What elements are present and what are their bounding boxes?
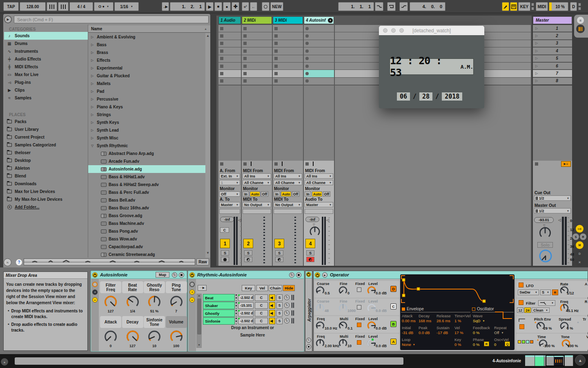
io-section-toggle[interactable]: I-O bbox=[576, 225, 584, 233]
track-volume-field[interactable]: -Inf bbox=[220, 217, 234, 222]
macro-label[interactable]: Volume bbox=[166, 316, 187, 328]
info-view-toggle[interactable]: ▲ bbox=[1, 358, 8, 366]
track-activator-button[interactable]: 3 bbox=[274, 239, 284, 248]
track-activator-button[interactable]: 4 bbox=[305, 239, 315, 248]
chain-row[interactable]: Beat-2.502 dCS↻ bbox=[203, 294, 302, 301]
env-param-value[interactable]: 0.0 dB bbox=[419, 330, 430, 335]
repeat-menu[interactable]: Off▼ bbox=[494, 330, 503, 335]
volume-fader-handle[interactable]: ◁ bbox=[326, 218, 329, 222]
crossfader-knob[interactable] bbox=[538, 248, 553, 265]
minimize-icon[interactable] bbox=[391, 28, 396, 33]
input-channel-menu[interactable]: All Channe▼ bbox=[243, 180, 271, 185]
master-out-menu[interactable]: 1/2▼ bbox=[534, 208, 571, 213]
monitor-auto-button[interactable]: Auto bbox=[250, 191, 260, 197]
chain-zone-button[interactable]: Chain bbox=[269, 285, 282, 291]
hot-swap-icon[interactable]: ↻ bbox=[284, 310, 290, 316]
returns-section-toggle[interactable]: R bbox=[580, 233, 586, 240]
osc-select-button-c[interactable]: C bbox=[390, 303, 396, 310]
browser-folder-row[interactable]: ▷Strings bbox=[88, 111, 205, 119]
macro-knob[interactable] bbox=[147, 329, 162, 345]
crossfade-section-toggle[interactable]: ✕ bbox=[576, 258, 584, 266]
chain-name[interactable]: Sinfonie bbox=[203, 317, 235, 325]
osc-select-button-b[interactable]: B bbox=[390, 321, 396, 327]
clip-slot[interactable] bbox=[273, 70, 303, 77]
re-enable-automation-button[interactable]: ← bbox=[250, 2, 257, 11]
watch-title-bar[interactable]: [detached_watch] bbox=[379, 26, 484, 35]
metronome-button[interactable]: O ●▼ bbox=[94, 2, 114, 11]
scene-slot[interactable]: ▷5 bbox=[533, 55, 572, 62]
disclosure-closed-icon[interactable]: ▷ bbox=[91, 105, 95, 109]
scroll-up-icon[interactable]: ▲ bbox=[206, 34, 209, 38]
chain-list-toggle[interactable]: ≡ bbox=[189, 289, 195, 295]
scene-slot[interactable]: ▷2 bbox=[533, 32, 572, 39]
sidebar-item-current-project[interactable]: Current Project bbox=[4, 133, 88, 141]
device-activator-button[interactable] bbox=[92, 272, 98, 278]
browser-folder-row[interactable]: ▷Experimental bbox=[88, 64, 205, 72]
browser-file-row[interactable]: Capacitorpad.adv bbox=[88, 243, 205, 251]
monitor-auto-button[interactable]: Auto bbox=[312, 191, 322, 197]
record-button[interactable]: ● bbox=[223, 2, 231, 11]
clip-slot[interactable] bbox=[242, 40, 272, 47]
clip-slot[interactable] bbox=[273, 32, 303, 39]
disclosure-closed-icon[interactable]: ▷ bbox=[91, 136, 95, 140]
key-zone-button[interactable]: Key bbox=[242, 285, 255, 291]
output-type-menu[interactable]: Master▼ bbox=[305, 202, 333, 207]
track-solo-button[interactable]: S bbox=[221, 250, 229, 256]
scene-play-icon[interactable]: ▷ bbox=[535, 56, 538, 60]
hot-swap-icon[interactable]: ↻ bbox=[284, 303, 290, 308]
clip-slot[interactable] bbox=[242, 78, 272, 85]
clip-slot[interactable] bbox=[304, 78, 334, 85]
sidebar-item-plug-ins[interactable]: ◅Plug-ins bbox=[4, 79, 88, 86]
macro-knob[interactable] bbox=[125, 294, 140, 310]
browser-file-row[interactable]: Arcade Fun.adv bbox=[88, 157, 205, 165]
macro-knob[interactable] bbox=[103, 294, 118, 310]
tempo-field[interactable]: 128.00 bbox=[20, 2, 46, 11]
browser-folder-row[interactable]: ▷Pad bbox=[88, 88, 205, 95]
sidebar-item-audio-effects[interactable]: ╪Audio Effects bbox=[4, 55, 88, 63]
master-solo-button[interactable]: Solo bbox=[537, 242, 553, 248]
watch-year-field[interactable]: 2018 bbox=[442, 92, 462, 101]
clip-slot[interactable] bbox=[304, 47, 334, 54]
clip-slot[interactable] bbox=[273, 55, 303, 62]
clip-slot[interactable] bbox=[304, 40, 334, 47]
instrument-dropdown-icon[interactable]: ▼ bbox=[328, 18, 333, 23]
env-param-value[interactable]: 17 % bbox=[454, 330, 463, 335]
sends-section-toggle[interactable]: S bbox=[572, 233, 579, 240]
chain-overview-viewport[interactable] bbox=[546, 355, 565, 366]
chain-solo-button[interactable]: S bbox=[276, 294, 283, 301]
macro-knob[interactable] bbox=[169, 294, 184, 310]
nudge-down-button[interactable] bbox=[47, 2, 57, 11]
raw-preview-button[interactable]: Raw bbox=[196, 258, 209, 265]
osc-param-knob[interactable] bbox=[338, 285, 348, 296]
chain-pan-field[interactable]: C bbox=[255, 302, 268, 309]
sidebar-item-my-max-for-live-devices[interactable]: My Max-for-Live Devices bbox=[4, 195, 88, 203]
scene-play-icon[interactable]: ▷ bbox=[535, 41, 538, 45]
clip-slot[interactable] bbox=[242, 70, 272, 77]
clip-slot[interactable] bbox=[218, 63, 241, 70]
nudge-up-button[interactable] bbox=[58, 2, 69, 11]
scene-slot[interactable]: ▷3 bbox=[533, 40, 572, 47]
mixer-section-toggle[interactable]: M bbox=[576, 241, 584, 249]
clip-slot[interactable] bbox=[273, 78, 303, 85]
clip-slot[interactable] bbox=[304, 63, 334, 70]
search-box[interactable] bbox=[14, 16, 209, 23]
sidebar-item-max-for-live[interactable]: ▭Max for Live bbox=[4, 71, 88, 79]
input-channel-menu[interactable]: All Channe▼ bbox=[274, 180, 302, 185]
clip-slot[interactable] bbox=[242, 63, 272, 70]
chain-volume-field[interactable]: -15.101 bbox=[238, 302, 254, 309]
browser-file-row[interactable]: Autosinfonie.adg bbox=[88, 165, 205, 173]
chain-list-toggle[interactable]: ≡ bbox=[92, 289, 98, 295]
master-track-header[interactable]: Master bbox=[533, 16, 572, 24]
file-list-header[interactable]: Name ▲ bbox=[88, 25, 210, 33]
browser-folder-row[interactable]: ▷Piano & Keys bbox=[88, 103, 205, 111]
scene-slot[interactable]: ▷4 bbox=[533, 47, 572, 54]
file-scrollbar[interactable]: ▲ ▼ bbox=[205, 33, 210, 258]
chain-solo-button[interactable]: S bbox=[276, 302, 283, 309]
clip-slot[interactable] bbox=[273, 63, 303, 70]
osc-param-knob[interactable] bbox=[315, 303, 325, 314]
macro-label[interactable]: SinfonieTone bbox=[144, 316, 165, 328]
disclosure-closed-icon[interactable]: ▷ bbox=[91, 128, 95, 132]
device-activator-button[interactable] bbox=[306, 272, 311, 277]
sidebar-item-packs[interactable]: Packs bbox=[4, 118, 88, 126]
disclosure-closed-icon[interactable]: ▷ bbox=[91, 51, 95, 54]
